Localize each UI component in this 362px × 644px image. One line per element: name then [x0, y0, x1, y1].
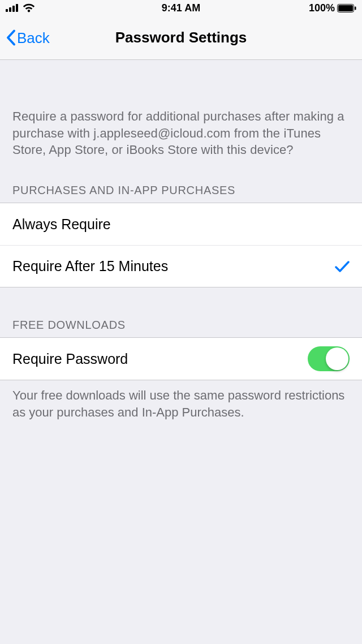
status-time: 9:41 AM — [162, 2, 200, 14]
checkmark-icon — [335, 260, 350, 273]
cellular-signal-icon — [6, 4, 19, 12]
wifi-icon — [23, 3, 35, 12]
svg-rect-3 — [16, 4, 18, 12]
svg-rect-5 — [338, 5, 353, 11]
svg-rect-2 — [12, 6, 15, 12]
free-downloads-group: Require Password — [0, 337, 362, 380]
status-bar: 9:41 AM 100% — [0, 0, 362, 16]
free-downloads-header: FREE DOWNLOADS — [0, 287, 362, 337]
svg-rect-0 — [6, 9, 8, 12]
battery-icon — [337, 4, 356, 12]
svg-rect-6 — [355, 6, 356, 10]
section-description: Require a password for additional purcha… — [0, 60, 362, 158]
purchases-header: PURCHASES AND IN-APP PURCHASES — [0, 158, 362, 203]
option-label: Always Require — [12, 216, 111, 233]
content: Require a password for additional purcha… — [0, 60, 362, 420]
back-button[interactable]: Back — [6, 29, 50, 46]
svg-rect-1 — [9, 7, 11, 12]
chevron-left-icon — [6, 29, 16, 46]
battery-percent: 100% — [309, 2, 335, 14]
option-label: Require After 15 Minutes — [12, 258, 168, 274]
option-require-after-15[interactable]: Require After 15 Minutes — [0, 245, 362, 287]
back-label: Back — [17, 29, 50, 46]
option-always-require[interactable]: Always Require — [0, 203, 362, 245]
require-password-toggle[interactable] — [308, 346, 350, 371]
navigation-bar: Back Password Settings — [0, 16, 362, 60]
free-downloads-footer: Your free downloads will use the same pa… — [0, 380, 362, 420]
toggle-knob — [326, 347, 348, 370]
require-password-label: Require Password — [12, 351, 128, 367]
page-title: Password Settings — [115, 29, 247, 46]
purchases-options-group: Always Require Require After 15 Minutes — [0, 203, 362, 287]
require-password-row: Require Password — [0, 338, 362, 380]
